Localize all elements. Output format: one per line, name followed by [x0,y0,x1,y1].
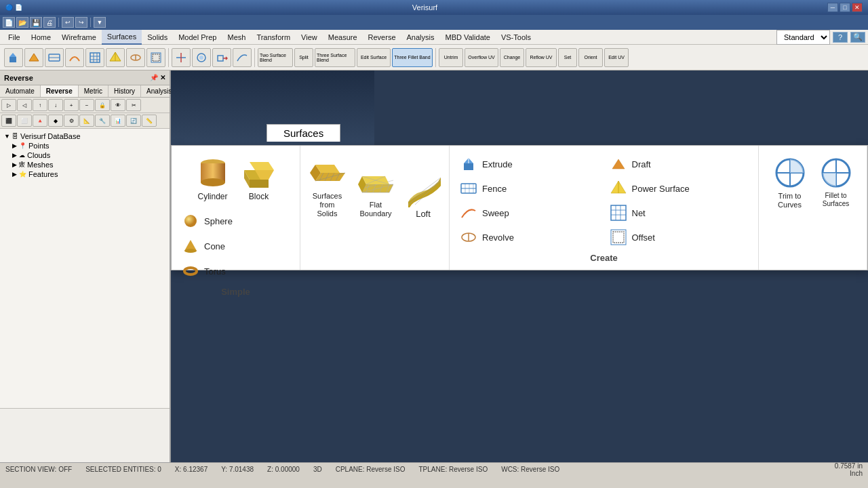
tree-expand-points[interactable]: ▶ [12,142,17,149]
surfaces-from-solids-icon[interactable]: Surfacesfrom Solids [306,152,349,222]
menu-mesh[interactable]: Mesh [222,30,251,45]
tb-revolve[interactable] [126,48,145,67]
viewport[interactable]: A2 ⌀0.03 ABC 1 63 4 x ⌀ 0.1875 ±.001 ∨ ⌀… [171,70,868,462]
tb-three-fillet-band[interactable]: Three Fillet Band [392,48,433,67]
qa-extra[interactable]: ▼ [94,17,106,28]
tab-history[interactable]: History [108,85,141,97]
loft-icon[interactable]: Loft [403,169,443,222]
panel-tb13[interactable]: ◆ [48,115,63,127]
panel-pin[interactable]: 📌 [150,74,158,81]
panel-tb4[interactable]: ↓ [48,99,63,111]
sweep-icon[interactable]: Sweep [455,201,604,224]
menu-reverse[interactable]: Reverse [363,30,401,45]
qa-undo[interactable]: ↩ [62,17,74,28]
tb-extend[interactable] [212,48,231,67]
fillet-surfaces-icon[interactable]: Fillet toSurfaces [816,152,856,211]
tb-overflow-uv[interactable]: Overflow UV [465,48,498,67]
panel-tb8[interactable]: 👁 [111,99,125,111]
trim-curves-icon[interactable]: Trim toCurves [770,152,810,212]
panel-tb19[interactable]: 📏 [142,115,157,127]
flat-boundary-icon[interactable]: FlatBoundary [355,161,396,221]
maximize-button[interactable]: □ [840,3,850,12]
tree-clouds[interactable]: ▶ ☁ Clouds [3,150,167,160]
net-icon[interactable]: Net [605,201,753,224]
panel-tb1[interactable]: ▷ [1,99,16,111]
tree-expand-features[interactable]: ▶ [12,171,17,178]
tb-two-surface-blend[interactable]: Two Surface Blend [258,48,293,67]
panel-tb15[interactable]: 📐 [79,115,94,127]
tb-trim-to-curves[interactable] [172,48,191,67]
menu-mbd[interactable]: MBD Validate [439,30,495,45]
menu-transform[interactable]: Transform [251,30,296,45]
panel-tb16[interactable]: 🔧 [95,115,110,127]
tb-fill-holes[interactable] [192,48,211,67]
tab-automate[interactable]: Automate [0,85,41,97]
panel-tb6[interactable]: − [79,99,94,111]
panel-tb10[interactable]: ⬛ [1,115,16,127]
surfaces-tab-btn[interactable]: Surfaces [267,124,340,142]
tb-extrude[interactable] [4,48,23,67]
menu-measure[interactable]: Measure [323,30,363,45]
tb-edit-uv[interactable]: Edit UV [604,48,629,67]
menu-surfaces[interactable]: Surfaces [102,30,142,45]
block-icon[interactable]: Block [239,152,279,204]
panel-tb5[interactable]: + [64,99,79,111]
tree-expand-meshes[interactable]: ▶ [12,161,17,168]
tab-reverse[interactable]: Reverse [41,85,79,97]
tb-fence[interactable] [45,48,64,67]
menu-analysis[interactable]: Analysis [401,30,440,45]
sphere-icon[interactable]: Sphere [177,209,272,232]
panel-tb3[interactable]: ↑ [33,99,47,111]
tb-set[interactable]: Set [558,48,577,67]
panel-tb18[interactable]: 🔄 [126,115,141,127]
tb-orient[interactable]: Orient [578,48,603,67]
menu-vstools[interactable]: VS-Tools [496,30,536,45]
menu-wireframe[interactable]: Wireframe [56,30,102,45]
tb-reflow-uv[interactable]: Reflow UV [526,48,557,67]
minimize-button[interactable]: ─ [827,3,838,12]
tb-change[interactable]: Change [500,48,524,67]
tb-three-surface-blend[interactable]: Three Surface Blend [315,48,355,67]
panel-tb7[interactable]: 🔒 [95,99,110,111]
draft-icon[interactable]: Draft [605,152,753,176]
tb-offset[interactable] [146,48,165,67]
qa-redo[interactable]: ↪ [75,17,87,28]
tree-meshes[interactable]: ▶ 🕸 Meshes [3,160,167,169]
qa-print[interactable]: 🖨 [43,17,56,28]
tb-power-surface[interactable] [106,48,125,67]
tb-draft[interactable] [24,48,43,67]
menu-file[interactable]: File [3,30,26,45]
panel-tb2[interactable]: ◁ [17,99,32,111]
tab-metric[interactable]: Metric [79,85,108,97]
window-controls[interactable]: ─ □ ✕ [827,3,863,12]
tb-split[interactable]: Split [294,48,313,67]
qa-save[interactable]: 💾 [30,17,42,28]
tree-expand-clouds[interactable]: ▶ [12,152,17,159]
panel-tb14[interactable]: ⚙ [64,115,79,127]
qa-new[interactable]: 📄 [3,17,15,28]
tb-sweep[interactable] [65,48,84,67]
close-button[interactable]: ✕ [852,3,863,12]
power-surface-icon[interactable]: Power Surface [605,177,753,200]
tree-expand-root[interactable]: ▼ [4,133,10,140]
help-btn[interactable]: ? [833,32,848,43]
tree-features[interactable]: ▶ ⭐ Features [3,169,167,179]
offset-icon[interactable]: Offset [605,226,753,249]
extrude-icon[interactable]: Extrude [455,152,604,176]
menu-model-prep[interactable]: Model Prep [173,30,222,45]
menu-solids[interactable]: Solids [142,30,173,45]
panel-close[interactable]: ✕ [160,74,165,81]
qa-open[interactable]: 📂 [16,17,28,28]
menu-view[interactable]: View [296,30,323,45]
panel-tb12[interactable]: 🔺 [33,115,47,127]
panel-tb17[interactable]: 📊 [111,115,125,127]
view-dropdown[interactable]: Standard [776,30,830,45]
tree-root[interactable]: ▼ 🗄 Verisurf DataBase [3,131,167,141]
tb-untrim[interactable]: Untrim [439,48,463,67]
panel-tb11[interactable]: ⬜ [17,115,32,127]
cone-icon[interactable]: Cone [177,235,272,258]
tree-points[interactable]: ▶ 📍 Points [3,141,167,150]
menu-home[interactable]: Home [26,30,56,45]
tb-edit-surface[interactable]: Edit Surface [357,48,391,67]
tb-fillet-surfaces[interactable] [233,48,252,67]
